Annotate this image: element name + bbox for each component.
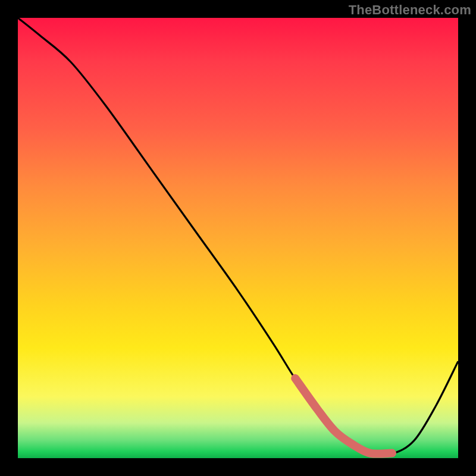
plot-area	[18, 18, 458, 458]
curve-layer	[18, 18, 458, 458]
chart-frame: TheBottleneck.com	[0, 0, 476, 476]
watermark-text: TheBottleneck.com	[349, 2, 471, 18]
optimal-range-highlight	[295, 378, 392, 454]
bottleneck-curve	[18, 18, 458, 455]
